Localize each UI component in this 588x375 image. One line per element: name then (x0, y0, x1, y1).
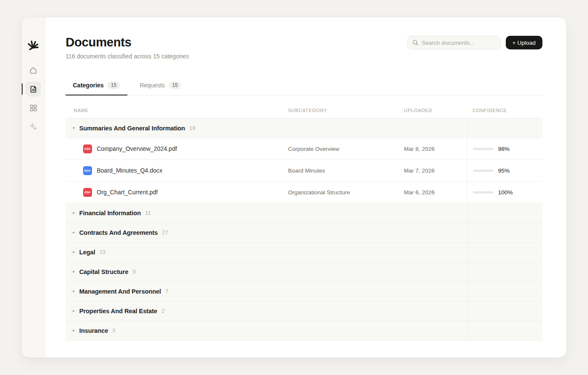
category-count: 2 (161, 308, 164, 314)
column-header-subcategory: Subcategory (288, 108, 404, 113)
tab-label: Requests (140, 82, 165, 89)
table-header-row: NameSubcategoryUploadedConfidence (66, 103, 542, 118)
header-actions: + Upload (407, 36, 542, 49)
category-row[interactable]: ▸Legal23 (66, 242, 542, 262)
category-name: Summaries And General Information (79, 125, 185, 132)
sidebar-item-apps[interactable] (26, 100, 41, 115)
confidence-bar (473, 191, 493, 193)
file-uploaded-date: Mar 6, 2026 (404, 189, 467, 196)
file-name-cell: DOCBoard_Minutes_Q4.docx (66, 166, 288, 175)
confidence-value: 95% (498, 167, 510, 174)
page-title: Documents (66, 35, 189, 49)
column-header-confidence: Confidence (467, 108, 542, 113)
tab-categories[interactable]: Categories15 (66, 81, 127, 95)
file-name-cell: PDFOrg_Chart_Current.pdf (66, 188, 288, 197)
tabs: Categories15Requests15 (66, 81, 542, 95)
category-count: 3 (112, 327, 115, 334)
caret-right-icon: ▸ (73, 329, 78, 332)
app-logo-icon (26, 40, 40, 52)
caret-right-icon: ▸ (73, 211, 78, 215)
file-subcategory: Board Minutes (288, 167, 404, 174)
file-name-cell: PDFCompany_Overview_2024.pdf (66, 144, 288, 153)
category-name: Insurance (79, 327, 108, 334)
file-row[interactable]: PDFCompany_Overview_2024.pdfCorporate Ov… (66, 138, 542, 160)
file-row[interactable]: PDFOrg_Chart_Current.pdfOrganizational S… (66, 182, 542, 203)
category-count: 18 (189, 125, 195, 131)
column-header-uploaded: Uploaded (404, 108, 467, 113)
tab-requests[interactable]: Requests15 (133, 81, 189, 95)
category-name: Legal (79, 249, 95, 256)
search-box[interactable] (407, 36, 501, 49)
sidebar-item-assistant[interactable] (26, 119, 41, 134)
file-confidence-cell: 98% (467, 138, 542, 159)
sidebar (22, 17, 45, 358)
page-subtitle: 116 documents classified across 15 categ… (66, 53, 189, 60)
caret-right-icon: ▸ (73, 250, 78, 254)
file-name: Board_Minutes_Q4.docx (97, 167, 162, 174)
category-name: Management And Personnel (79, 288, 161, 295)
confidence-value: 98% (498, 146, 510, 152)
category-row[interactable]: ▸Properties And Real Estate2 (66, 301, 542, 321)
category-count: 23 (99, 249, 105, 255)
file-confidence-cell: 100% (467, 182, 542, 203)
category-row[interactable]: ▸Financial Information11 (66, 203, 542, 223)
page-header: Documents 116 documents classified acros… (45, 17, 566, 60)
file-uploaded-date: Mar 7, 2026 (404, 167, 467, 174)
upload-button[interactable]: + Upload (506, 36, 542, 49)
sidebar-nav (26, 63, 41, 134)
category-count: 7 (165, 288, 168, 294)
category-count: 11 (145, 210, 151, 216)
file-subcategory: Organizational Structure (288, 189, 404, 196)
sidebar-item-home[interactable] (26, 63, 41, 78)
search-icon (412, 40, 418, 46)
tab-count-badge: 15 (169, 81, 181, 89)
documents-icon (29, 85, 37, 93)
tab-label: Categories (73, 82, 104, 89)
pdf-file-icon: PDF (83, 144, 92, 153)
file-subcategory: Corporate Overview (288, 146, 404, 152)
main-panel: Documents 116 documents classified acros… (45, 17, 566, 358)
confidence-bar (473, 148, 493, 150)
confidence-bar (473, 170, 493, 172)
file-uploaded-date: Mar 8, 2026 (404, 146, 467, 152)
file-confidence-cell: 95% (467, 160, 542, 181)
category-row[interactable]: ▸Management And Personnel7 (66, 282, 542, 301)
category-name: Capital Structure (79, 268, 128, 275)
pdf-file-icon: PDF (83, 188, 92, 197)
home-icon (29, 66, 37, 75)
caret-down-icon: ▾ (73, 126, 78, 130)
doc-file-icon: DOC (83, 166, 92, 175)
grid-icon (29, 104, 37, 112)
caret-right-icon: ▸ (73, 231, 78, 234)
column-header-name: Name (66, 108, 288, 113)
confidence-value: 100% (498, 189, 513, 196)
category-count: 9 (133, 268, 135, 275)
file-name: Company_Overview_2024.pdf (97, 145, 177, 152)
file-name: Org_Chart_Current.pdf (97, 189, 158, 196)
category-row[interactable]: ▾Summaries And General Information18 (66, 118, 542, 138)
sparkles-icon (29, 122, 37, 131)
search-input[interactable] (422, 40, 496, 46)
page-background: Documents 116 documents classified acros… (0, 0, 588, 375)
title-block: Documents 116 documents classified acros… (66, 35, 189, 60)
category-name: Financial Information (79, 210, 141, 216)
category-name: Contracts And Agreements (79, 229, 158, 236)
caret-right-icon: ▸ (73, 289, 78, 293)
category-count: 27 (162, 229, 168, 236)
caret-right-icon: ▸ (73, 309, 78, 313)
tab-count-badge: 15 (107, 81, 120, 89)
app-shell: Documents 116 documents classified acros… (21, 17, 567, 358)
category-row[interactable]: ▸Capital Structure9 (66, 262, 542, 282)
table-body: ▾Summaries And General Information18PDFC… (66, 118, 542, 340)
active-indicator (21, 83, 23, 95)
category-name: Properties And Real Estate (79, 308, 157, 314)
file-row[interactable]: DOCBoard_Minutes_Q4.docxBoard MinutesMar… (66, 160, 542, 182)
category-row[interactable]: ▸Contracts And Agreements27 (66, 223, 542, 242)
sidebar-item-documents[interactable] (26, 81, 41, 97)
caret-right-icon: ▸ (73, 270, 78, 274)
category-row[interactable]: ▸Insurance3 (66, 321, 542, 340)
documents-table: NameSubcategoryUploadedConfidence ▾Summa… (66, 95, 542, 340)
